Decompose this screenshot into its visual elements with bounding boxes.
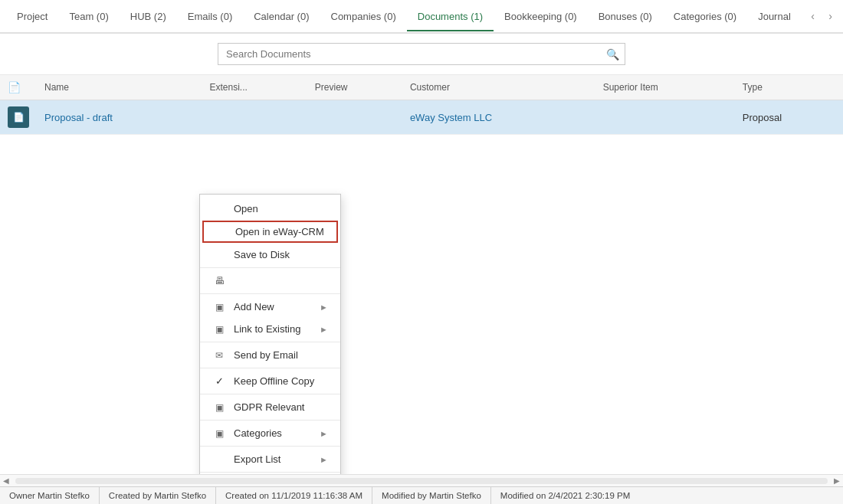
col-name[interactable]: Name [37, 75, 202, 100]
print-icon: 🖶 [212, 275, 226, 286]
ctx-send-email-label: Send by Email [234, 349, 298, 361]
tab-team[interactable]: Team (0) [58, 3, 119, 31]
col-customer[interactable]: Customer [402, 75, 595, 100]
tab-bar: Project Team (0) HUB (2) Emails (0) Cale… [0, 0, 843, 34]
search-input[interactable] [218, 43, 625, 65]
separator-7 [200, 446, 340, 447]
ctx-send-email[interactable]: ✉ Send by Email [200, 344, 340, 366]
separator-8 [200, 472, 340, 473]
ctx-keep-offline-label: Keep Offline Copy [234, 375, 314, 387]
ctx-add-new-label: Add New [234, 301, 274, 313]
document-table-area: 📄 Name Extensi... Preview Customer Super… [0, 75, 843, 474]
search-bar: 🔍 [0, 34, 843, 75]
doc-type-icon: 📄 [13, 112, 25, 123]
row-name-cell[interactable]: Proposal - draft [37, 100, 202, 135]
ctx-gdpr[interactable]: ▣ GDPR Relevant [200, 396, 340, 418]
tab-documents[interactable]: Documents (1) [407, 3, 494, 31]
add-new-icon: ▣ [212, 302, 226, 313]
tab-companies[interactable]: Companies (0) [320, 3, 407, 31]
h-scrollbar: ◀ ▶ [0, 474, 843, 486]
col-type[interactable]: Type [735, 75, 843, 100]
row-icon-cell: 📄 [0, 100, 37, 135]
tab-nav-right[interactable]: › [824, 7, 837, 25]
ctx-open[interactable]: Open [200, 198, 340, 220]
ctx-open-label: Open [234, 203, 258, 214]
row-type-cell: Proposal [735, 100, 843, 135]
customer-link[interactable]: eWay System LLC [410, 112, 492, 123]
ctx-link-existing[interactable]: ▣ Link to Existing ► [200, 318, 340, 340]
search-container: 🔍 [218, 43, 625, 65]
tab-bookkeeping[interactable]: Bookkeeping (0) [494, 3, 588, 31]
ctx-save-disk[interactable]: Save to Disk [200, 244, 340, 266]
document-table: 📄 Name Extensi... Preview Customer Super… [0, 75, 843, 135]
add-new-arrow: ► [320, 303, 328, 312]
ctx-print[interactable]: 🖶 [200, 270, 340, 292]
col-extension[interactable]: Extensi... [202, 75, 307, 100]
ctx-save-disk-label: Save to Disk [234, 249, 290, 260]
ctx-categories-label: Categories [234, 427, 282, 439]
table-header-row: 📄 Name Extensi... Preview Customer Super… [0, 75, 843, 100]
status-owner: Owner Martin Stefko [0, 487, 100, 504]
ctx-export-list-label: Export List [234, 453, 280, 465]
row-customer-cell[interactable]: eWay System LLC [402, 100, 595, 135]
link-existing-icon: ▣ [212, 324, 226, 335]
tab-categories[interactable]: Categories (0) [663, 3, 747, 31]
col-superior-item[interactable]: Superior Item [595, 75, 735, 100]
context-menu: Open Open in eWay-CRM Save to Disk 🖶 ▣ A… [199, 194, 341, 474]
tab-hub[interactable]: HUB (2) [120, 3, 177, 31]
status-modified-by: Modified by Martin Stefko [372, 487, 491, 504]
tab-bonuses[interactable]: Bonuses (0) [588, 3, 663, 31]
ctx-open-eway-label: Open in eWay-CRM [235, 226, 324, 237]
ctx-keep-offline[interactable]: ✓ Keep Offline Copy [200, 370, 340, 392]
tab-project[interactable]: Project [6, 3, 58, 31]
document-name[interactable]: Proposal - draft [44, 112, 113, 123]
ctx-link-existing-label: Link to Existing [234, 323, 300, 335]
search-button[interactable]: 🔍 [606, 48, 619, 61]
row-preview-cell [307, 100, 402, 135]
categories-arrow: ► [320, 429, 328, 438]
col-preview[interactable]: Preview [307, 75, 402, 100]
col-checkbox: 📄 [0, 75, 37, 100]
separator-3 [200, 342, 340, 342]
status-created-by: Created by Martin Stefko [100, 487, 216, 504]
tab-nav-left[interactable]: ‹ [806, 7, 819, 25]
scroll-right-btn[interactable]: ▶ [831, 476, 843, 485]
send-email-icon: ✉ [212, 350, 226, 361]
row-superior-cell [595, 100, 735, 135]
ctx-open-eway[interactable]: Open in eWay-CRM [202, 221, 338, 243]
table-row[interactable]: 📄 Proposal - draft eWay System LLC Propo… [0, 100, 843, 135]
scroll-track[interactable] [15, 478, 828, 484]
separator-2 [200, 293, 340, 294]
scroll-left-btn[interactable]: ◀ [0, 476, 12, 485]
ctx-categories[interactable]: ▣ Categories ► [200, 422, 340, 444]
tab-emails[interactable]: Emails (0) [177, 3, 244, 31]
document-icon: 📄 [8, 106, 29, 128]
separator-6 [200, 420, 340, 421]
status-created-on: Created on 11/1/2019 11:16:38 AM [216, 487, 372, 504]
gdpr-icon: ▣ [212, 402, 226, 413]
ctx-add-new[interactable]: ▣ Add New ► [200, 296, 340, 318]
tab-journal[interactable]: Journal [747, 3, 802, 31]
ctx-export-list[interactable]: Export List ► [200, 448, 340, 470]
tab-calendar[interactable]: Calendar (0) [243, 3, 320, 31]
row-extension-cell [202, 100, 307, 135]
keep-offline-check: ✓ [212, 375, 226, 387]
status-modified-on: Modified on 2/4/2021 2:30:19 PM [491, 487, 639, 504]
export-list-arrow: ► [320, 455, 328, 464]
ctx-gdpr-label: GDPR Relevant [234, 401, 304, 413]
status-bar: Owner Martin Stefko Created by Martin St… [0, 486, 843, 504]
categories-icon: ▣ [212, 428, 226, 439]
separator-1 [200, 267, 340, 268]
separator-5 [200, 394, 340, 394]
link-existing-arrow: ► [320, 325, 328, 334]
doc-file-icon: 📄 [8, 81, 21, 93]
separator-4 [200, 368, 340, 368]
